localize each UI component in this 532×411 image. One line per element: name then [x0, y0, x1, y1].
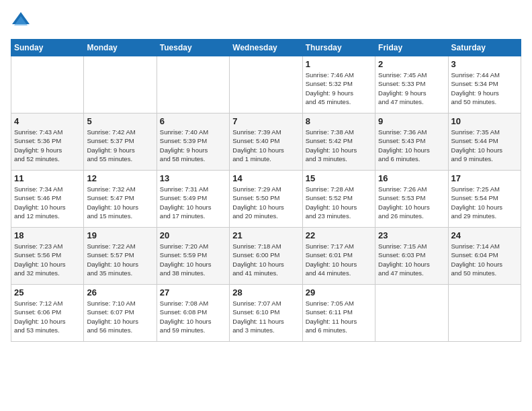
calendar-cell: 8Sunrise: 7:38 AM Sunset: 5:42 PM Daylig…: [302, 113, 375, 171]
week-row-2: 4Sunrise: 7:43 AM Sunset: 5:36 PM Daylig…: [11, 113, 521, 171]
calendar-cell: 4Sunrise: 7:43 AM Sunset: 5:36 PM Daylig…: [11, 113, 84, 171]
calendar-cell: 18Sunrise: 7:23 AM Sunset: 5:56 PM Dayli…: [11, 228, 84, 285]
day-number: 17: [451, 173, 518, 183]
day-number: 6: [160, 116, 226, 126]
day-info: Sunrise: 7:18 AM Sunset: 6:00 PM Dayligh…: [232, 242, 299, 277]
calendar-table: SundayMondayTuesdayWednesdayThursdayFrid…: [11, 39, 521, 342]
calendar-cell: 11Sunrise: 7:34 AM Sunset: 5:46 PM Dayli…: [11, 171, 84, 228]
day-number: 28: [232, 287, 299, 298]
day-info: Sunrise: 7:17 AM Sunset: 6:01 PM Dayligh…: [306, 242, 372, 277]
day-info: Sunrise: 7:10 AM Sunset: 6:07 PM Dayligh…: [87, 299, 153, 334]
day-info: Sunrise: 7:15 AM Sunset: 6:03 PM Dayligh…: [378, 242, 445, 277]
day-info: Sunrise: 7:14 AM Sunset: 6:04 PM Dayligh…: [451, 242, 518, 277]
calendar-cell: 7Sunrise: 7:39 AM Sunset: 5:40 PM Daylig…: [230, 113, 302, 171]
day-number: 12: [87, 173, 153, 183]
calendar-cell: 28Sunrise: 7:07 AM Sunset: 6:10 PM Dayli…: [230, 285, 302, 342]
day-number: 9: [378, 116, 445, 126]
weekday-monday: Monday: [84, 40, 157, 56]
page-header: [11, 11, 521, 31]
calendar-cell: [230, 56, 302, 113]
day-number: 4: [14, 116, 81, 126]
day-info: Sunrise: 7:07 AM Sunset: 6:10 PM Dayligh…: [232, 299, 299, 334]
day-info: Sunrise: 7:05 AM Sunset: 6:11 PM Dayligh…: [306, 299, 372, 334]
day-info: Sunrise: 7:29 AM Sunset: 5:50 PM Dayligh…: [232, 185, 299, 220]
week-row-4: 18Sunrise: 7:23 AM Sunset: 5:56 PM Dayli…: [11, 228, 521, 285]
day-info: Sunrise: 7:23 AM Sunset: 5:56 PM Dayligh…: [14, 242, 81, 277]
day-info: Sunrise: 7:26 AM Sunset: 5:53 PM Dayligh…: [378, 185, 445, 220]
day-number: 16: [378, 173, 445, 183]
calendar-cell: 19Sunrise: 7:22 AM Sunset: 5:57 PM Dayli…: [84, 228, 157, 285]
calendar-cell: 6Sunrise: 7:40 AM Sunset: 5:39 PM Daylig…: [157, 113, 229, 171]
day-info: Sunrise: 7:22 AM Sunset: 5:57 PM Dayligh…: [87, 242, 153, 277]
weekday-row: SundayMondayTuesdayWednesdayThursdayFrid…: [11, 40, 521, 56]
day-number: 1: [306, 59, 372, 69]
logo: [11, 11, 34, 31]
day-number: 15: [306, 173, 372, 183]
day-info: Sunrise: 7:42 AM Sunset: 5:37 PM Dayligh…: [87, 128, 153, 163]
calendar-cell: 1Sunrise: 7:46 AM Sunset: 5:32 PM Daylig…: [302, 56, 375, 113]
day-number: 2: [378, 59, 445, 69]
calendar-cell: 23Sunrise: 7:15 AM Sunset: 6:03 PM Dayli…: [375, 228, 448, 285]
calendar-cell: [375, 285, 448, 342]
day-number: 21: [232, 230, 299, 240]
day-number: 29: [306, 287, 372, 298]
day-info: Sunrise: 7:08 AM Sunset: 6:08 PM Dayligh…: [160, 299, 226, 334]
calendar-cell: 22Sunrise: 7:17 AM Sunset: 6:01 PM Dayli…: [302, 228, 375, 285]
calendar-cell: 24Sunrise: 7:14 AM Sunset: 6:04 PM Dayli…: [448, 228, 521, 285]
week-row-1: 1Sunrise: 7:46 AM Sunset: 5:32 PM Daylig…: [11, 56, 521, 113]
day-info: Sunrise: 7:44 AM Sunset: 5:34 PM Dayligh…: [451, 71, 518, 106]
calendar-cell: 13Sunrise: 7:31 AM Sunset: 5:49 PM Dayli…: [157, 171, 229, 228]
day-number: 14: [232, 173, 299, 183]
calendar-cell: 12Sunrise: 7:32 AM Sunset: 5:47 PM Dayli…: [84, 171, 157, 228]
logo-icon: [11, 11, 31, 31]
calendar-cell: 2Sunrise: 7:45 AM Sunset: 5:33 PM Daylig…: [375, 56, 448, 113]
day-number: 7: [232, 116, 299, 126]
day-number: 20: [160, 230, 226, 240]
day-info: Sunrise: 7:43 AM Sunset: 5:36 PM Dayligh…: [14, 128, 81, 163]
day-info: Sunrise: 7:38 AM Sunset: 5:42 PM Dayligh…: [306, 128, 372, 163]
calendar-cell: 9Sunrise: 7:36 AM Sunset: 5:43 PM Daylig…: [375, 113, 448, 171]
calendar-cell: [448, 285, 521, 342]
day-info: Sunrise: 7:25 AM Sunset: 5:54 PM Dayligh…: [451, 185, 518, 220]
calendar-cell: 29Sunrise: 7:05 AM Sunset: 6:11 PM Dayli…: [302, 285, 375, 342]
calendar-header: SundayMondayTuesdayWednesdayThursdayFrid…: [11, 40, 521, 56]
day-info: Sunrise: 7:35 AM Sunset: 5:44 PM Dayligh…: [451, 128, 518, 163]
week-row-3: 11Sunrise: 7:34 AM Sunset: 5:46 PM Dayli…: [11, 171, 521, 228]
day-number: 5: [87, 116, 153, 126]
day-number: 26: [87, 287, 153, 298]
weekday-saturday: Saturday: [448, 40, 521, 56]
calendar-cell: 3Sunrise: 7:44 AM Sunset: 5:34 PM Daylig…: [448, 56, 521, 113]
day-number: 10: [451, 116, 518, 126]
day-number: 11: [14, 173, 81, 183]
day-info: Sunrise: 7:45 AM Sunset: 5:33 PM Dayligh…: [378, 71, 445, 106]
weekday-friday: Friday: [375, 40, 448, 56]
day-info: Sunrise: 7:40 AM Sunset: 5:39 PM Dayligh…: [160, 128, 226, 163]
weekday-tuesday: Tuesday: [157, 40, 229, 56]
day-info: Sunrise: 7:31 AM Sunset: 5:49 PM Dayligh…: [160, 185, 226, 220]
calendar-cell: [11, 56, 84, 113]
day-number: 8: [306, 116, 372, 126]
weekday-thursday: Thursday: [302, 40, 375, 56]
day-info: Sunrise: 7:32 AM Sunset: 5:47 PM Dayligh…: [87, 185, 153, 220]
calendar-cell: 15Sunrise: 7:28 AM Sunset: 5:52 PM Dayli…: [302, 171, 375, 228]
calendar-cell: 25Sunrise: 7:12 AM Sunset: 6:06 PM Dayli…: [11, 285, 84, 342]
day-info: Sunrise: 7:34 AM Sunset: 5:46 PM Dayligh…: [14, 185, 81, 220]
weekday-sunday: Sunday: [11, 40, 84, 56]
calendar-cell: [84, 56, 157, 113]
day-info: Sunrise: 7:46 AM Sunset: 5:32 PM Dayligh…: [306, 71, 372, 106]
day-number: 25: [14, 287, 81, 298]
day-number: 3: [451, 59, 518, 69]
calendar-cell: 20Sunrise: 7:20 AM Sunset: 5:59 PM Dayli…: [157, 228, 229, 285]
day-info: Sunrise: 7:39 AM Sunset: 5:40 PM Dayligh…: [232, 128, 299, 163]
calendar-cell: 10Sunrise: 7:35 AM Sunset: 5:44 PM Dayli…: [448, 113, 521, 171]
calendar-cell: 5Sunrise: 7:42 AM Sunset: 5:37 PM Daylig…: [84, 113, 157, 171]
day-number: 18: [14, 230, 81, 240]
calendar-cell: 26Sunrise: 7:10 AM Sunset: 6:07 PM Dayli…: [84, 285, 157, 342]
calendar-body: 1Sunrise: 7:46 AM Sunset: 5:32 PM Daylig…: [11, 56, 521, 342]
calendar-cell: 16Sunrise: 7:26 AM Sunset: 5:53 PM Dayli…: [375, 171, 448, 228]
day-number: 13: [160, 173, 226, 183]
calendar-cell: 17Sunrise: 7:25 AM Sunset: 5:54 PM Dayli…: [448, 171, 521, 228]
weekday-wednesday: Wednesday: [230, 40, 302, 56]
week-row-5: 25Sunrise: 7:12 AM Sunset: 6:06 PM Dayli…: [11, 285, 521, 342]
day-number: 22: [306, 230, 372, 240]
